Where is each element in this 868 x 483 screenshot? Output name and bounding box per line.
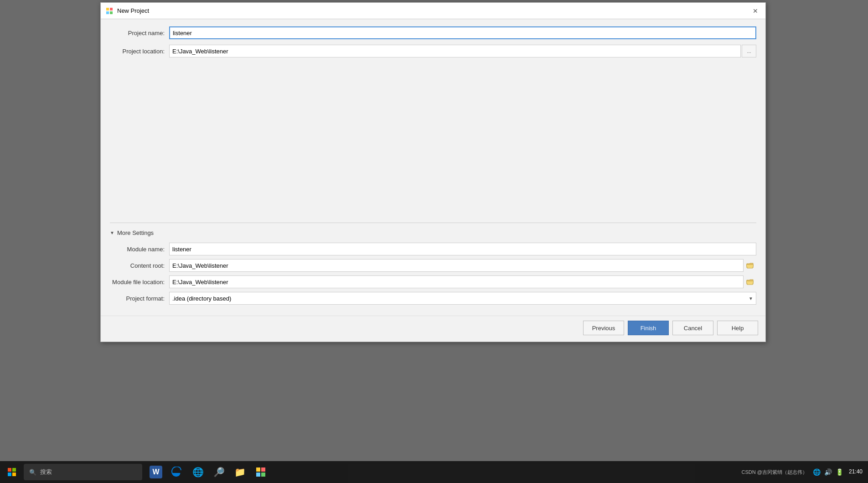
- module-file-location-input[interactable]: [169, 275, 744, 288]
- taskbar-app-5[interactable]: 📁: [230, 462, 250, 482]
- notification-text: CSDN @吉冈紫绡（赵志伟）: [742, 469, 807, 476]
- select-arrow-icon: ▼: [749, 296, 753, 301]
- project-format-select[interactable]: .idea (directory based) ▼: [169, 292, 756, 305]
- project-location-input[interactable]: [169, 45, 741, 57]
- new-project-dialog: New Project ✕ Project name: Project loca…: [100, 2, 766, 342]
- svg-rect-5: [12, 468, 16, 472]
- help-button[interactable]: Help: [717, 321, 758, 335]
- svg-rect-7: [12, 473, 16, 476]
- app-icon: [105, 7, 114, 15]
- svg-rect-0: [106, 8, 109, 10]
- word-icon: W: [150, 466, 162, 478]
- project-name-row: Project name:: [110, 26, 756, 39]
- svg-rect-10: [256, 473, 260, 477]
- content-root-input[interactable]: [169, 259, 744, 272]
- svg-rect-11: [261, 473, 265, 477]
- start-button[interactable]: [2, 462, 22, 482]
- chrome-icon: 🌐: [191, 466, 204, 478]
- module-file-location-browse-button[interactable]: [744, 275, 756, 288]
- module-file-location-row: Module file location:: [110, 275, 756, 288]
- chevron-down-icon: ▼: [110, 230, 114, 235]
- module-name-input[interactable]: [169, 243, 756, 255]
- previous-button[interactable]: Previous: [583, 321, 624, 335]
- volume-icon[interactable]: 🔊: [824, 468, 832, 476]
- project-location-row: Project location: ...: [110, 45, 756, 57]
- taskbar-app-4[interactable]: 🔎: [209, 462, 229, 482]
- more-settings-label: More Settings: [117, 229, 154, 236]
- title-bar-left: New Project: [105, 7, 149, 15]
- system-tray-icons: 🌐 🔊 🔋: [810, 468, 846, 476]
- system-time[interactable]: 21:40: [849, 468, 863, 476]
- module-name-row: Module name:: [110, 243, 756, 255]
- taskbar-search[interactable]: 🔍 搜索: [24, 464, 142, 480]
- svg-rect-9: [261, 467, 265, 472]
- intellij-icon: [254, 466, 267, 478]
- project-name-label: Project name:: [110, 30, 169, 36]
- search-icon: 🔍: [29, 469, 36, 476]
- taskbar-app-word[interactable]: W: [146, 462, 166, 482]
- svg-rect-4: [8, 468, 11, 472]
- taskbar-app-chrome[interactable]: 🌐: [188, 462, 208, 482]
- app4-icon: 🔎: [212, 466, 225, 478]
- project-format-value: .idea (directory based): [172, 295, 231, 302]
- project-location-label: Project location:: [110, 48, 169, 55]
- app5-icon: 📁: [233, 466, 246, 478]
- svg-rect-2: [106, 11, 109, 14]
- dialog-title: New Project: [117, 7, 149, 14]
- clock-time: 21:40: [849, 468, 863, 476]
- close-button[interactable]: ✕: [750, 5, 761, 16]
- more-settings-header[interactable]: ▼ More Settings: [110, 228, 756, 238]
- title-bar: New Project ✕: [101, 3, 765, 19]
- svg-rect-6: [8, 473, 11, 476]
- cancel-button[interactable]: Cancel: [672, 321, 713, 335]
- taskbar: 🔍 搜索 W 🌐 🔎 📁: [0, 461, 868, 483]
- project-name-input[interactable]: [169, 26, 756, 39]
- taskbar-apps: W 🌐 🔎 📁: [146, 462, 271, 482]
- content-root-row: Content root:: [110, 259, 756, 272]
- more-settings-section: ▼ More Settings Module name: Content roo…: [110, 223, 756, 305]
- settings-form: Module name: Content root:: [110, 243, 756, 305]
- network-icon[interactable]: 🌐: [813, 468, 821, 476]
- svg-rect-1: [110, 8, 113, 10]
- browse-button[interactable]: ...: [742, 45, 756, 57]
- svg-rect-3: [110, 11, 113, 14]
- module-name-label: Module name:: [110, 246, 169, 253]
- module-file-location-label: Module file location:: [110, 279, 169, 286]
- svg-rect-8: [256, 467, 260, 472]
- search-label: 搜索: [40, 468, 52, 476]
- content-root-browse-button[interactable]: [744, 259, 756, 272]
- taskbar-app-edge[interactable]: [167, 462, 187, 482]
- finish-button[interactable]: Finish: [628, 321, 669, 335]
- dialog-body: Project name: Project location: ... ▼ Mo…: [101, 19, 765, 316]
- project-format-label: Project format:: [110, 295, 169, 302]
- taskbar-app-intellij[interactable]: [251, 462, 271, 482]
- spacer: [110, 63, 756, 223]
- taskbar-right: CSDN @吉冈紫绡（赵志伟） 🌐 🔊 🔋 21:40: [742, 468, 866, 476]
- dialog-footer: Previous Finish Cancel Help: [101, 316, 765, 342]
- battery-icon[interactable]: 🔋: [836, 468, 843, 476]
- edge-icon: [170, 466, 183, 478]
- content-root-label: Content root:: [110, 262, 169, 269]
- project-format-row: Project format: .idea (directory based) …: [110, 292, 756, 305]
